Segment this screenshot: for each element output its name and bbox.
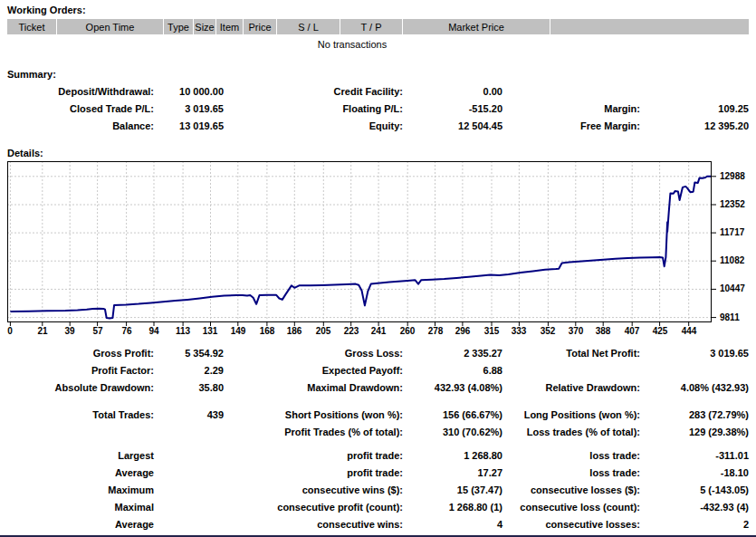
stat-value bbox=[154, 516, 224, 533]
stat-value: 129 (29.38%) bbox=[640, 424, 749, 441]
stat-value: 4.08% (432.93) bbox=[640, 379, 749, 397]
x-axis-tick-label: 131 bbox=[195, 326, 225, 336]
working-orders-header: Ticket Open Time Type Size Item Price S … bbox=[7, 19, 749, 34]
x-axis-tick-label: 370 bbox=[560, 326, 591, 336]
x-axis-tick-label: 260 bbox=[392, 326, 423, 336]
stat-label: Equity: bbox=[224, 118, 403, 135]
stat-group: Largestprofit trade:1 268.80loss trade:-… bbox=[0, 447, 756, 533]
y-axis-tick-label: 12352 bbox=[720, 199, 756, 209]
y-axis-tick-label: 9811 bbox=[720, 312, 756, 322]
stat-value: 439 bbox=[154, 407, 224, 424]
stat-value: 4 bbox=[403, 516, 502, 533]
stat-value: 10 000.00 bbox=[154, 83, 224, 101]
x-axis-tick-label: 296 bbox=[447, 326, 478, 336]
x-axis-tick-label: 94 bbox=[139, 326, 169, 336]
stat-label: Gross Profit: bbox=[7, 345, 154, 362]
stat-value bbox=[640, 83, 749, 101]
stat-label: consecutive profit (count): bbox=[224, 499, 403, 516]
column-header-market-price: Market Price bbox=[403, 19, 550, 34]
stat-label: Free Margin: bbox=[502, 118, 640, 135]
stat-group: Total Trades:439Short Positions (won %):… bbox=[0, 407, 756, 441]
stat-label: Loss trades (% of total): bbox=[502, 424, 640, 441]
stat-value: 5 354.92 bbox=[154, 345, 224, 362]
stat-value: 5 (-143.05) bbox=[640, 482, 749, 499]
stat-label: Maximum bbox=[7, 482, 154, 499]
stat-value bbox=[154, 482, 224, 499]
y-axis-tick-label: 12988 bbox=[720, 171, 756, 181]
stat-label: consecutive losses: bbox=[502, 516, 640, 533]
stat-value: 1 268.80 (1) bbox=[403, 499, 502, 516]
stat-label: Average bbox=[7, 465, 154, 482]
stat-label: Relative Drawdown: bbox=[502, 379, 640, 397]
stat-value: 283 (72.79%) bbox=[640, 407, 749, 424]
details-stats: Gross Profit:5 354.92Gross Loss:2 335.27… bbox=[0, 345, 756, 533]
stat-label: Maximal bbox=[7, 499, 154, 516]
balance-chart: Saldo rachunku 1298812352117171108210447… bbox=[7, 161, 756, 340]
column-header-item: Item bbox=[216, 19, 243, 34]
x-axis-tick-label: 186 bbox=[279, 326, 310, 336]
column-header-filler bbox=[550, 19, 749, 34]
stat-row: Maximumconsecutive wins ($):15 (37.47)co… bbox=[7, 482, 756, 499]
stat-label: Absolute Drawdown: bbox=[7, 379, 154, 397]
stat-label: Closed Trade P/L: bbox=[7, 101, 154, 118]
summary-table: Deposit/Withdrawal:10 000.00Credit Facil… bbox=[0, 83, 756, 135]
stat-value: 2 335.27 bbox=[403, 345, 502, 362]
stat-value: 156 (66.67%) bbox=[403, 407, 502, 424]
stat-row: Gross Profit:5 354.92Gross Loss:2 335.27… bbox=[7, 345, 756, 362]
stat-value: 17.27 bbox=[403, 465, 502, 482]
stat-label: Profit Factor: bbox=[7, 362, 154, 379]
x-axis-tick-label: 315 bbox=[476, 326, 507, 336]
x-axis-tick-label: 223 bbox=[336, 326, 367, 336]
stat-label: profit trade: bbox=[224, 447, 403, 465]
stat-label: Maximal Drawdown: bbox=[224, 379, 403, 397]
x-axis-tick-label: 76 bbox=[111, 326, 142, 336]
stat-label: Balance: bbox=[7, 118, 154, 135]
column-header-sl: S / L bbox=[277, 19, 340, 34]
stat-label: Total Net Profit: bbox=[502, 345, 640, 362]
stat-value: 1 268.80 bbox=[403, 447, 502, 465]
stat-value: 432.93 (4.08%) bbox=[403, 379, 502, 397]
column-header-price: Price bbox=[244, 19, 276, 34]
stat-value: 3 019.65 bbox=[640, 345, 749, 362]
y-axis-tick-label: 11717 bbox=[720, 227, 756, 237]
x-axis-tick-label: 352 bbox=[532, 326, 563, 336]
x-axis-tick-label: 113 bbox=[167, 326, 198, 336]
stat-value: 2 bbox=[640, 516, 749, 533]
stat-value: 3 019.65 bbox=[154, 101, 224, 118]
stat-row: Closed Trade P/L:3 019.65Floating P/L:-5… bbox=[7, 101, 756, 118]
stat-label: loss trade: bbox=[502, 447, 640, 465]
stat-value bbox=[154, 499, 224, 516]
stat-label bbox=[7, 424, 154, 441]
stat-row: Absolute Drawdown:35.80Maximal Drawdown:… bbox=[7, 379, 756, 397]
stat-value: -432.93 (4) bbox=[640, 499, 749, 516]
x-axis-tick-label: 278 bbox=[420, 326, 451, 336]
column-header-type: Type bbox=[164, 19, 193, 34]
stat-value: 12 395.20 bbox=[640, 118, 749, 135]
stat-label: Floating P/L: bbox=[224, 101, 403, 118]
column-header-open-time: Open Time bbox=[57, 19, 163, 34]
stat-row: Balance:13 019.65Equity:12 504.45Free Ma… bbox=[7, 118, 756, 135]
no-transactions-message: No transactions bbox=[7, 39, 697, 52]
x-axis-tick-label: 205 bbox=[308, 326, 339, 336]
stat-value: 12 504.45 bbox=[403, 118, 502, 135]
mt4-statement-page: Working Orders: Ticket Open Time Type Si… bbox=[0, 5, 756, 537]
stat-value: 15 (37.47) bbox=[403, 482, 502, 499]
stat-value: 109.25 bbox=[640, 101, 749, 118]
stat-label: consecutive loss (count): bbox=[502, 499, 640, 516]
stat-value: 2.29 bbox=[154, 362, 224, 379]
stat-label: consecutive losses ($): bbox=[502, 482, 640, 499]
stat-label: Short Positions (won %): bbox=[224, 407, 403, 424]
stat-label: Deposit/Withdrawal: bbox=[7, 83, 154, 101]
stat-label bbox=[502, 362, 640, 379]
stat-label: Credit Facility: bbox=[224, 83, 403, 101]
stat-row: Deposit/Withdrawal:10 000.00Credit Facil… bbox=[7, 83, 756, 101]
stat-value: 310 (70.62%) bbox=[403, 424, 502, 441]
y-axis-tick-label: 10447 bbox=[720, 283, 756, 293]
stat-label: Margin: bbox=[502, 101, 640, 118]
stat-row: Total Trades:439Short Positions (won %):… bbox=[7, 407, 756, 424]
x-axis-tick-label: 149 bbox=[223, 326, 254, 336]
x-axis-tick-label: 333 bbox=[503, 326, 534, 336]
stat-label: Profit Trades (% of total): bbox=[224, 424, 403, 441]
y-axis-tick-label: 11082 bbox=[720, 255, 756, 265]
stat-row: Averageconsecutive wins:4consecutive los… bbox=[7, 516, 756, 533]
